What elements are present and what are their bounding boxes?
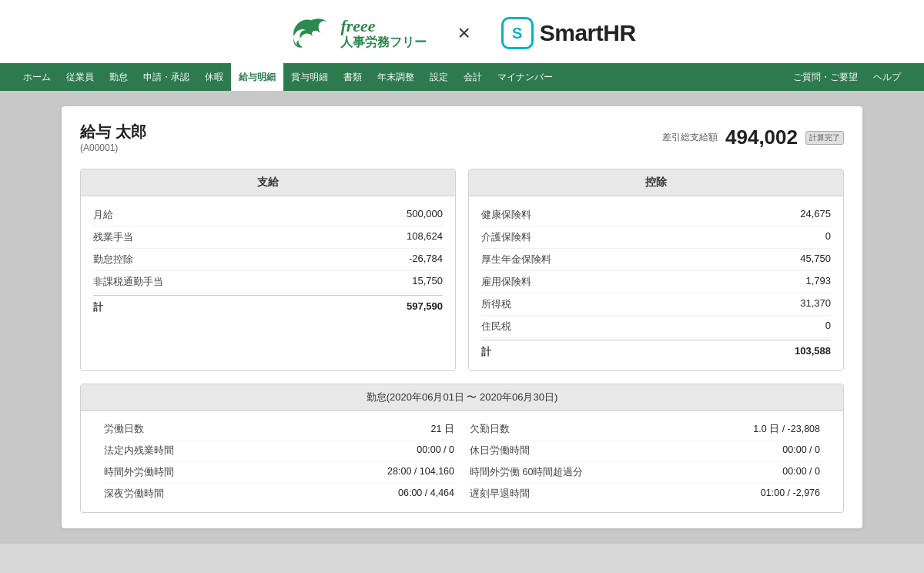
work-value: 01:00 / -2,976	[761, 488, 820, 501]
work-value: 00:00 / 0	[782, 466, 820, 479]
payment-panel: 支給 月給 500,000 残業手当 108,624 勤怠控除 -26,784	[80, 169, 456, 371]
table-row: 厚生年金保険料 45,750	[481, 249, 831, 271]
amount-area: 差引総支給額 494,002 計算完了	[662, 126, 844, 149]
work-label: 労働日数	[104, 423, 144, 436]
work-value: 00:00 / 0	[782, 444, 820, 457]
nav-home[interactable]: ホーム	[15, 63, 59, 91]
amount-label: 差引総支給額	[662, 131, 718, 144]
list-item: 時間外労働時間 28:00 / 104,160	[104, 462, 454, 484]
nav-mynumber[interactable]: マイナンバー	[490, 63, 561, 91]
row-value: 45,750	[800, 253, 831, 266]
payslip-card: 給与 太郎 (A00001) 差引総支給額 494,002 計算完了 支給 月給…	[62, 106, 862, 528]
table-row: 非課税通勤手当 15,750	[93, 271, 443, 293]
row-value: 0	[825, 230, 831, 244]
row-label: 住民税	[481, 320, 511, 333]
table-row: 住民税 0	[481, 316, 831, 338]
work-value: 21 日	[431, 423, 454, 436]
nav-help[interactable]: ヘルプ	[865, 63, 909, 91]
main-area: 給与 太郎 (A00001) 差引総支給額 494,002 計算完了 支給 月給…	[0, 91, 924, 544]
deduction-panel: 控除 健康保険料 24,675 介護保険料 0 厚生年金保険料 45,750	[468, 169, 844, 371]
row-label: 厚生年金保険料	[481, 253, 551, 266]
work-section: 勤怠(2020年06月01日 〜 2020年06月30日) 労働日数 21 日 …	[80, 384, 844, 513]
work-value: 1.0 日 / -23,808	[753, 423, 820, 436]
nav-settings[interactable]: 設定	[422, 63, 456, 91]
panels-row: 支給 月給 500,000 残業手当 108,624 勤怠控除 -26,784	[80, 169, 844, 371]
total-value: 103,588	[795, 345, 831, 359]
work-label: 時間外労働時間	[104, 466, 174, 479]
nav-employees[interactable]: 従業員	[59, 63, 102, 91]
row-value: 31,370	[800, 297, 831, 311]
list-item: 法定内残業時間 00:00 / 0	[104, 441, 454, 462]
nav-accounting[interactable]: 会計	[456, 63, 490, 91]
work-label: 遅刻早退時間	[470, 488, 530, 501]
nav-attendance[interactable]: 勤怠	[102, 63, 136, 91]
work-label: 欠勤日数	[470, 423, 510, 436]
work-section-header: 勤怠(2020年06月01日 〜 2020年06月30日)	[81, 384, 843, 411]
nav-year-end[interactable]: 年末調整	[370, 63, 422, 91]
freee-script-text: freee	[340, 17, 427, 35]
amount-value: 494,002	[725, 126, 798, 149]
row-value: 1,793	[805, 275, 831, 289]
row-label: 残業手当	[93, 230, 133, 244]
payment-panel-header: 支給	[81, 169, 455, 196]
table-row: 雇用保険料 1,793	[481, 271, 831, 293]
smarthr-logo: S SmartHR	[501, 17, 636, 49]
list-item: 時間外労働 60時間超過分 00:00 / 0	[470, 462, 820, 484]
times-symbol: ×	[457, 21, 470, 45]
freee-logo: freee 人事労務フリー	[288, 14, 427, 52]
table-row: 所得税 31,370	[481, 293, 831, 316]
nav-right-group: ご質問・ご要望 ヘルプ	[785, 63, 909, 91]
nav-payslip[interactable]: 給与明細	[231, 63, 283, 91]
work-label: 休日労働時間	[470, 444, 530, 457]
smarthr-icon: S	[501, 17, 534, 49]
row-label: 健康保険料	[481, 208, 531, 222]
employee-header: 給与 太郎 (A00001) 差引総支給額 494,002 計算完了	[80, 122, 844, 153]
list-item: 休日労働時間 00:00 / 0	[470, 441, 820, 462]
deduction-panel-body: 健康保険料 24,675 介護保険料 0 厚生年金保険料 45,750 雇用保険…	[469, 196, 843, 370]
deduction-total-row: 計 103,588	[481, 340, 831, 363]
freee-bird-icon	[288, 14, 334, 52]
total-label: 計	[93, 300, 103, 314]
table-row: 勤怠控除 -26,784	[93, 249, 443, 271]
payment-total-row: 計 597,590	[93, 295, 443, 318]
row-value: 0	[825, 320, 831, 333]
table-row: 月給 500,000	[93, 204, 443, 226]
row-label: 所得税	[481, 297, 511, 311]
work-left-col: 労働日数 21 日 法定内残業時間 00:00 / 0 時間外労働時間 28:0…	[96, 419, 462, 504]
work-label: 深夜労働時間	[104, 488, 164, 501]
nav-bar: ホーム 従業員 勤怠 申請・承認 休暇 給与明細 賞与明細 書類 年末調整 設定…	[0, 63, 924, 91]
work-value: 06:00 / 4,464	[398, 488, 454, 501]
row-value: -26,784	[409, 253, 443, 266]
nav-faq[interactable]: ご質問・ご要望	[785, 63, 865, 91]
nav-approval[interactable]: 申請・承認	[136, 63, 197, 91]
deduction-panel-header: 控除	[469, 169, 843, 196]
employee-id: (A00001)	[80, 142, 146, 153]
total-value: 597,590	[407, 300, 443, 314]
table-row: 残業手当 108,624	[93, 226, 443, 249]
nav-leave[interactable]: 休暇	[197, 63, 231, 91]
freee-kanji-text: 人事労務フリー	[340, 35, 427, 49]
row-value: 108,624	[407, 230, 443, 244]
row-label: 非課税通勤手当	[93, 275, 163, 289]
table-row: 介護保険料 0	[481, 226, 831, 249]
row-value: 15,750	[412, 275, 443, 289]
row-label: 月給	[93, 208, 113, 222]
row-value: 24,675	[800, 208, 831, 222]
work-section-body: 労働日数 21 日 法定内残業時間 00:00 / 0 時間外労働時間 28:0…	[81, 411, 843, 512]
list-item: 労働日数 21 日	[104, 419, 454, 441]
row-label: 介護保険料	[481, 230, 531, 244]
work-value: 00:00 / 0	[417, 444, 454, 457]
work-label: 時間外労働 60時間超過分	[470, 466, 583, 479]
smarthr-text: SmartHR	[540, 20, 636, 46]
nav-documents[interactable]: 書類	[336, 63, 370, 91]
work-label: 法定内残業時間	[104, 444, 174, 457]
work-right-col: 欠勤日数 1.0 日 / -23,808 休日労働時間 00:00 / 0 時間…	[462, 419, 828, 504]
row-value: 500,000	[407, 208, 443, 222]
list-item: 遅刻早退時間 01:00 / -2,976	[470, 484, 820, 504]
list-item: 欠勤日数 1.0 日 / -23,808	[470, 419, 820, 441]
table-row: 健康保険料 24,675	[481, 204, 831, 226]
list-item: 深夜労働時間 06:00 / 4,464	[104, 484, 454, 504]
nav-bonus[interactable]: 賞与明細	[283, 63, 336, 91]
row-label: 雇用保険料	[481, 275, 531, 289]
payment-panel-body: 月給 500,000 残業手当 108,624 勤怠控除 -26,784 非課税…	[81, 196, 455, 326]
